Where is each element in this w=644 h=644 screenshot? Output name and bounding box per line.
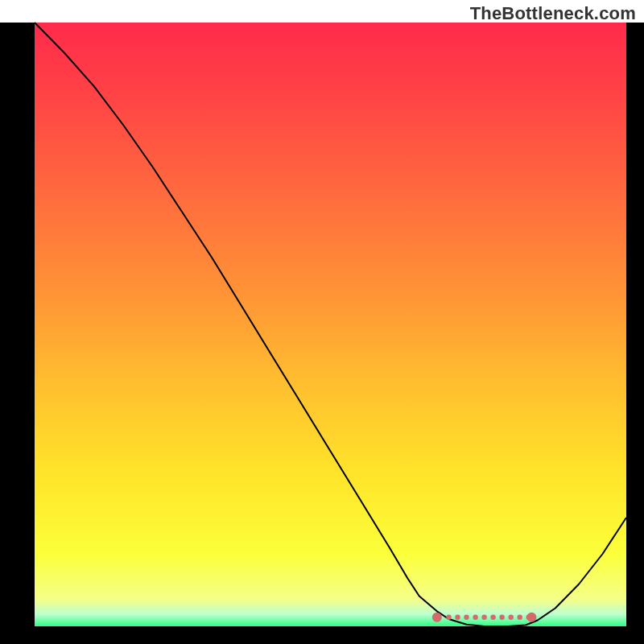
flat-region-dot — [464, 615, 469, 620]
flat-region-dot — [499, 615, 504, 620]
flat-region-dot — [509, 615, 514, 620]
flat-region-dot — [446, 615, 451, 620]
plot-area — [35, 23, 626, 626]
flat-region-dot — [455, 615, 460, 620]
watermark-text: TheBottleneck.com — [470, 3, 636, 24]
bottleneck-chart — [0, 0, 644, 644]
flat-region-dot — [473, 615, 477, 620]
flat-region-endpoint — [432, 613, 442, 622]
flat-region-dot — [490, 615, 495, 620]
flat-region-dot — [526, 615, 531, 620]
flat-region-dot — [518, 615, 522, 620]
flat-region-dot — [481, 615, 486, 620]
